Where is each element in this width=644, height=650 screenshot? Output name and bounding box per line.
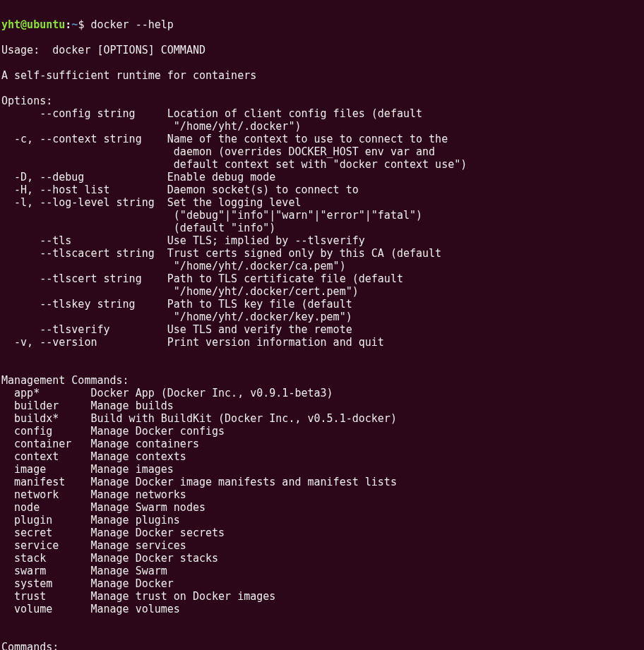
prompt-user: yht@ubuntu — [1, 18, 65, 31]
option-row-desc: ("debug"|"info"|"warn"|"error"|"fatal") — [174, 209, 422, 222]
mgmt-row-flag: plugin — [1, 514, 90, 526]
mgmt-row-flag: system — [1, 577, 90, 590]
option-row-flag: --tlskey string — [1, 298, 167, 311]
options-header: Options: — [1, 95, 52, 107]
option-row: -H, --host list Daemon socket(s) to conn… — [1, 183, 643, 196]
option-row: "/home/yht/.docker/cert.pem") — [1, 285, 643, 298]
option-row-flag — [1, 209, 174, 222]
mgmt-row: config Manage Docker configs — [1, 425, 643, 438]
option-row-desc: "/home/yht/.docker/ca.pem") — [174, 260, 346, 272]
options-list: --config string Location of client confi… — [1, 107, 643, 349]
option-row: "/home/yht/.docker") — [1, 120, 643, 133]
mgmt-row-desc: Manage Docker stacks — [90, 552, 218, 565]
mgmt-row-desc: Manage images — [90, 463, 173, 476]
option-row-desc: Use TLS and verify the remote — [167, 323, 352, 336]
mgmt-row-desc: Build with BuildKit (Docker Inc., v0.5.1… — [90, 412, 396, 425]
mgmt-row: plugin Manage plugins — [1, 514, 643, 526]
mgmt-row: buildx* Build with BuildKit (Docker Inc.… — [1, 412, 643, 425]
option-row-desc: Print version information and quit — [167, 336, 384, 349]
mgmt-row: manifest Manage Docker image manifests a… — [1, 476, 643, 488]
mgmt-row-desc: Manage Swarm nodes — [90, 501, 205, 514]
option-row: -D, --debug Enable debug mode — [1, 171, 643, 183]
mgmt-row: node Manage Swarm nodes — [1, 501, 643, 514]
mgmt-row-flag: context — [1, 450, 90, 463]
option-row-flag: -c, --context string — [1, 133, 167, 145]
mgmt-row: network Manage networks — [1, 488, 643, 501]
mgmt-row-desc: Manage Docker configs — [90, 425, 225, 438]
mgmt-row-flag: builder — [1, 399, 90, 412]
mgmt-row-desc: Manage services — [90, 539, 186, 552]
option-row-desc: "/home/yht/.docker") — [174, 120, 302, 133]
option-row: --config string Location of client confi… — [1, 107, 643, 120]
mgmt-row-flag: service — [1, 539, 90, 552]
mgmt-row-flag: node — [1, 501, 90, 514]
description-line: A self-sufficient runtime for containers — [1, 69, 256, 82]
option-row-flag — [1, 145, 174, 158]
mgmt-row: trust Manage trust on Docker images — [1, 590, 643, 603]
option-row: default context set with "docker context… — [1, 158, 643, 171]
option-row-desc: Daemon socket(s) to connect to — [167, 183, 359, 196]
option-row: "/home/yht/.docker/ca.pem") — [1, 260, 643, 272]
mgmt-row-flag: secret — [1, 526, 90, 539]
option-row-desc: Use TLS; implied by --tlsverify — [167, 234, 365, 247]
option-row-flag: -l, --log-level string — [1, 196, 167, 209]
option-row-flag: -H, --host list — [1, 183, 167, 196]
mgmt-row-flag: app* — [1, 387, 90, 399]
option-row: --tlskey string Path to TLS key file (de… — [1, 298, 643, 311]
commands-header: Commands: — [1, 641, 59, 650]
option-row-desc: "/home/yht/.docker/key.pem") — [174, 311, 352, 323]
option-row: daemon (overrides DOCKER_HOST env var an… — [1, 145, 643, 158]
mgmt-row-desc: Manage Swarm — [90, 565, 167, 577]
mgmt-row-desc: Manage containers — [90, 438, 199, 450]
mgmt-row-desc: Manage Docker secrets — [90, 526, 225, 539]
mgmt-row: swarm Manage Swarm — [1, 565, 643, 577]
mgmt-row: stack Manage Docker stacks — [1, 552, 643, 565]
option-row-flag: --tlscert string — [1, 272, 167, 285]
mgmt-row-desc: Manage Docker — [90, 577, 173, 590]
option-row-flag: --tlsverify — [1, 323, 167, 336]
mgmt-row: container Manage containers — [1, 438, 643, 450]
option-row-flag — [1, 120, 174, 133]
mgmt-row-flag: manifest — [1, 476, 90, 488]
mgmt-row: volume Manage volumes — [1, 603, 643, 615]
mgmt-row: image Manage images — [1, 463, 643, 476]
mgmt-row-desc: Manage trust on Docker images — [90, 590, 275, 603]
mgmt-row: secret Manage Docker secrets — [1, 526, 643, 539]
option-row-flag: -D, --debug — [1, 171, 167, 183]
mgmt-row-desc: Manage Docker image manifests and manife… — [90, 476, 396, 488]
option-row-flag — [1, 260, 174, 272]
mgmt-row-desc: Manage builds — [90, 399, 173, 412]
option-row: (default "info") — [1, 222, 643, 234]
mgmt-row-flag: volume — [1, 603, 90, 615]
mgmt-row-flag: swarm — [1, 565, 90, 577]
terminal-window[interactable]: yht@ubuntu:~$ docker --help Usage: docke… — [0, 0, 644, 650]
option-row-desc: Name of the context to use to connect to… — [167, 133, 448, 145]
option-row: "/home/yht/.docker/key.pem") — [1, 311, 643, 323]
option-row: ("debug"|"info"|"warn"|"error"|"fatal") — [1, 209, 643, 222]
option-row-flag: --config string — [1, 107, 167, 120]
mgmt-row-flag: image — [1, 463, 90, 476]
mgmt-row-flag: buildx* — [1, 412, 90, 425]
option-row: -v, --version Print version information … — [1, 336, 643, 349]
option-row: --tlsverify Use TLS and verify the remot… — [1, 323, 643, 336]
command-text: docker --help — [90, 18, 173, 31]
option-row: --tls Use TLS; implied by --tlsverify — [1, 234, 643, 247]
option-row: -l, --log-level string Set the logging l… — [1, 196, 643, 209]
mgmt-row: builder Manage builds — [1, 399, 643, 412]
option-row-flag — [1, 222, 174, 234]
usage-line: Usage: docker [OPTIONS] COMMAND — [1, 44, 205, 56]
mgmt-row: context Manage contexts — [1, 450, 643, 463]
mgmt-row-desc: Manage networks — [90, 488, 186, 501]
mgmt-row-flag: stack — [1, 552, 90, 565]
mgmt-list: app* Docker App (Docker Inc., v0.9.1-bet… — [1, 387, 643, 615]
prompt-colon: : — [65, 18, 71, 31]
option-row-desc: "/home/yht/.docker/cert.pem") — [174, 285, 359, 298]
mgmt-row: system Manage Docker — [1, 577, 643, 590]
option-row-flag: -v, --version — [1, 336, 167, 349]
option-row-desc: Path to TLS key file (default — [167, 298, 352, 311]
mgmt-row-desc: Docker App (Docker Inc., v0.9.1-beta3) — [90, 387, 333, 399]
option-row-flag: --tls — [1, 234, 167, 247]
mgmt-row-desc: Manage contexts — [90, 450, 186, 463]
option-row-flag — [1, 285, 174, 298]
option-row-desc: Path to TLS certificate file (default — [167, 272, 403, 285]
